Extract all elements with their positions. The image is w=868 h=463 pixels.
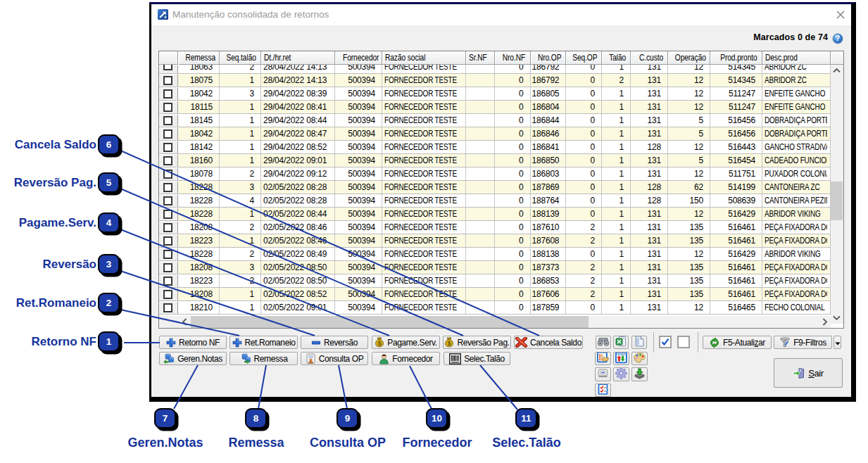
svg-text:$: $ (378, 340, 382, 347)
svg-text:?: ? (836, 34, 840, 42)
svg-text:$: $ (448, 340, 451, 347)
